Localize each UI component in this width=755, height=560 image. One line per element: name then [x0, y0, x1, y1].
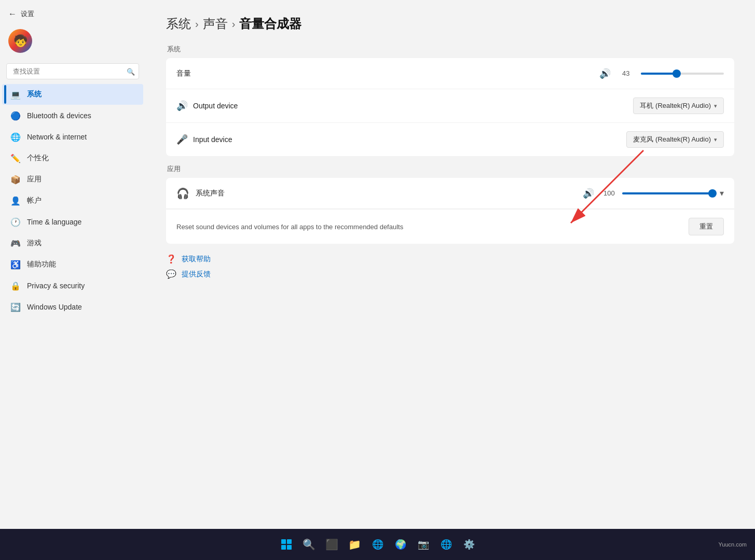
system-section-label: 系统 [166, 45, 734, 54]
input-label: Input device [193, 135, 235, 144]
breadcrumb-part1: 系统 [166, 16, 191, 32]
nav-label-accessibility: 辅助功能 [27, 260, 56, 269]
input-device-row: 🎤 Input device 麦克风 (Realtek(R) Audio) ▾ [166, 123, 734, 156]
app-slider-track[interactable] [622, 192, 716, 194]
breadcrumb-sep2: › [232, 18, 236, 30]
nav-icon-personalization: ✏️ [10, 153, 21, 163]
nav-icon-privacy: 🔒 [10, 281, 21, 291]
volume-controls: 🔊 43 [599, 68, 724, 79]
search-taskbar-button[interactable]: 🔍 [300, 535, 319, 554]
user-avatar-area: 🧒 [0, 23, 145, 59]
window-title: 设置 [21, 9, 34, 19]
app-name-label: 系统声音 [196, 189, 225, 198]
nav-label-accounts: 帐户 [27, 196, 42, 205]
input-right: 麦克风 (Realtek(R) Audio) ▾ [626, 131, 724, 148]
nav-label-gaming: 游戏 [27, 239, 42, 248]
apps-section-label: 应用 [166, 164, 734, 174]
nav-icon-accounts: 👤 [10, 195, 21, 206]
app1-button[interactable]: 📷 [414, 535, 433, 554]
taskbar-watermark: Yuucn.com [719, 541, 747, 548]
feedback-label: 提供反馈 [182, 270, 211, 279]
nav-icon-accessibility: ♿ [10, 259, 21, 270]
get-help-icon: ❓ [166, 254, 176, 264]
reset-text: Reset sound devices and volumes for all … [176, 223, 403, 231]
app-expand-icon[interactable]: ▾ [720, 188, 724, 198]
breadcrumb-sep1: › [195, 18, 199, 30]
get-help-label: 获取帮助 [182, 255, 211, 264]
app-volume-controls: 🔊 100 ▾ [583, 188, 724, 199]
nav-label-bluetooth: Bluetooth & devices [27, 111, 91, 120]
output-device-dropdown[interactable]: 耳机 (Realtek(R) Audio) ▾ [633, 97, 724, 114]
windows-logo-icon [281, 539, 292, 550]
volume-slider-fill [641, 73, 677, 75]
task-view-button[interactable]: ⬛ [323, 535, 341, 554]
search-box[interactable]: 🔍 [6, 63, 139, 79]
app-volume-value: 100 [603, 189, 618, 197]
settings-taskbar-button[interactable]: ⚙️ [460, 535, 478, 554]
sidebar-item-privacy[interactable]: 🔒Privacy & security [2, 275, 143, 296]
breadcrumb: 系统 › 声音 › 音量合成器 [166, 16, 734, 32]
reset-row: Reset sound devices and volumes for all … [166, 209, 734, 244]
app-system-sound-row: 🎧 系统声音 🔊 100 ▾ [166, 178, 734, 209]
sidebar-item-system[interactable]: 💻系统 [2, 84, 143, 105]
breadcrumb-current: 音量合成器 [239, 16, 301, 32]
app2-button[interactable]: 🌐 [437, 535, 456, 554]
output-chevron-icon: ▾ [714, 103, 717, 109]
start-button[interactable] [277, 535, 296, 554]
file-explorer-button[interactable]: 📁 [346, 535, 364, 554]
nav-icon-update: 🔄 [10, 302, 21, 312]
nav-icon-system: 💻 [10, 89, 21, 100]
volume-slider-thumb[interactable] [672, 69, 681, 78]
volume-value: 43 [622, 69, 637, 77]
nav-icon-bluetooth: 🔵 [10, 110, 21, 121]
sidebar-item-update[interactable]: 🔄Windows Update [2, 297, 143, 317]
sidebar-item-gaming[interactable]: 🎮游戏 [2, 233, 143, 254]
help-section: ❓ 获取帮助 💬 提供反馈 [166, 254, 734, 279]
app-volume-icon: 🔊 [583, 188, 594, 199]
nav-icon-apps: 📦 [10, 174, 21, 185]
volume-slider-wrap: 43 [622, 69, 724, 77]
input-icon: 🎤 [176, 134, 188, 145]
output-device-row: 🔊 Output device 耳机 (Realtek(R) Audio) ▾ [166, 89, 734, 123]
active-bar-indicator [4, 85, 6, 104]
sidebar-item-accessibility[interactable]: ♿辅助功能 [2, 254, 143, 275]
sidebar-item-network[interactable]: 🌐Network & internet [2, 127, 143, 147]
input-chevron-icon: ▾ [714, 136, 717, 143]
browser1-button[interactable]: 🌐 [368, 535, 387, 554]
apps-card: 🎧 系统声音 🔊 100 ▾ Reset sound devices and v… [166, 178, 734, 244]
sidebar-item-bluetooth[interactable]: 🔵Bluetooth & devices [2, 105, 143, 126]
sidebar-item-apps[interactable]: 📦应用 [2, 169, 143, 190]
input-device-dropdown[interactable]: 麦克风 (Realtek(R) Audio) ▾ [626, 131, 724, 148]
input-device-value: 麦克风 (Realtek(R) Audio) [633, 135, 711, 144]
output-device-value: 耳机 (Realtek(R) Audio) [640, 101, 711, 110]
nav-icon-time: 🕐 [10, 217, 21, 227]
search-input[interactable] [6, 63, 139, 79]
sidebar: ← 设置 🧒 🔍 💻系统🔵Bluetooth & devices🌐Network… [0, 0, 145, 487]
sidebar-item-accounts[interactable]: 👤帐户 [2, 190, 143, 211]
reset-button[interactable]: 重置 [689, 218, 724, 235]
nav-label-time: Time & language [27, 218, 81, 226]
feedback-link[interactable]: 💬 提供反馈 [166, 269, 734, 279]
system-card: 音量 🔊 43 🔊 Output device 耳机 (Realtek(R) A… [166, 58, 734, 156]
volume-icon: 🔊 [599, 68, 611, 79]
feedback-icon: 💬 [166, 269, 176, 279]
volume-label: 音量 [176, 69, 218, 78]
volume-row: 音量 🔊 43 [166, 58, 734, 89]
get-help-link[interactable]: ❓ 获取帮助 [166, 254, 734, 264]
nav-label-system: 系统 [27, 90, 42, 99]
search-icon: 🔍 [127, 67, 135, 75]
nav-icon-gaming: 🎮 [10, 238, 21, 248]
app-headphone-icon: 🎧 [176, 187, 189, 200]
main-content: 系统 › 声音 › 音量合成器 系统 音量 🔊 43 🔊 [145, 0, 755, 529]
nav-label-apps: 应用 [27, 175, 42, 184]
apps-section: 应用 🎧 系统声音 🔊 100 ▾ Reset sound devices an… [166, 164, 734, 244]
back-button[interactable]: ← 设置 [0, 5, 145, 23]
app-slider-thumb[interactable] [708, 189, 717, 198]
output-label: Output device [193, 102, 238, 110]
browser2-button[interactable]: 🌍 [391, 535, 410, 554]
nav-icon-network: 🌐 [10, 132, 21, 142]
sidebar-item-personalization[interactable]: ✏️个性化 [2, 148, 143, 169]
nav-label-personalization: 个性化 [27, 153, 49, 163]
sidebar-item-time[interactable]: 🕐Time & language [2, 212, 143, 232]
volume-slider-track[interactable] [641, 73, 724, 75]
